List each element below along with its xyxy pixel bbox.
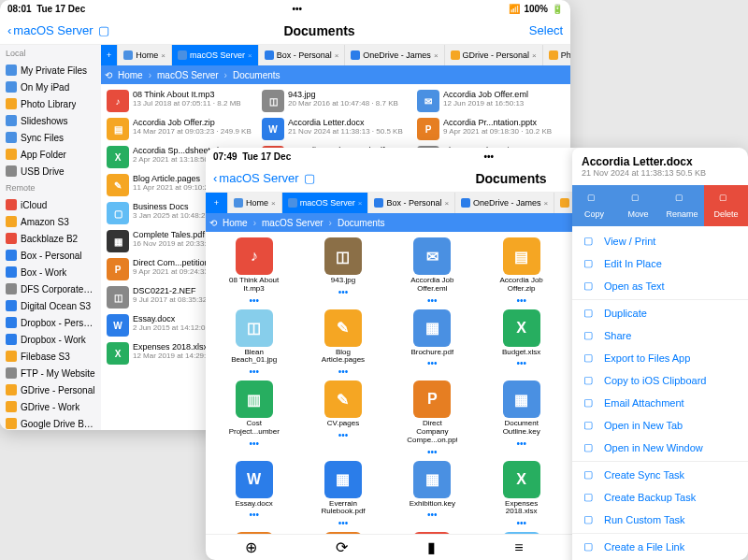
grid-item[interactable]: XExpenses 2018.xlsx••• xyxy=(479,461,564,529)
context-menu: Accordia Letter.docx 21 Nov 2024 at 11:3… xyxy=(572,148,748,560)
file-item[interactable]: WAccordia Letter.docx21 Nov 2024 at 11:3… xyxy=(260,116,411,142)
back-icon[interactable]: ⟲ xyxy=(209,218,217,228)
sidebar-item[interactable]: Filebase S3 xyxy=(0,348,101,365)
sidebar-item[interactable]: Amazon S3 xyxy=(0,213,101,230)
bookmark-icon[interactable]: ▮ xyxy=(427,538,436,556)
grid-item[interactable]: ▦Document Outline.key••• xyxy=(479,381,564,456)
file-item[interactable]: ◫943.jpg20 Mar 2016 at 10:47:48 · 8.7 KB xyxy=(260,88,411,114)
sidebar-item[interactable]: On My iPad xyxy=(0,79,101,95)
tab[interactable]: Home× xyxy=(228,193,282,213)
sidebar-item[interactable]: Google Drive BDM xyxy=(0,415,101,430)
action-copy[interactable]: ▢Copy xyxy=(572,185,616,226)
menu-item[interactable]: ▢Email Attachment xyxy=(572,392,748,414)
add-tab[interactable]: + xyxy=(206,193,228,213)
tab[interactable]: Photo Library× xyxy=(543,45,570,65)
grid-item[interactable]: PDirect Company Compe...on.pptx••• xyxy=(390,381,475,456)
sidebar-item[interactable]: Dropbox - Personal xyxy=(0,314,101,331)
add-icon[interactable]: ⊕ xyxy=(245,538,257,556)
menu-item[interactable]: ▢Edit In Place xyxy=(572,252,748,275)
menu-item[interactable]: ▢Open in New Tab xyxy=(572,414,748,437)
refresh-icon[interactable]: ⟳ xyxy=(336,538,348,556)
status-bar: 08:01 Tue 17 Dec ••• 📶100%🔋 xyxy=(0,0,570,17)
back-button[interactable]: ‹ macOS Server ▢ xyxy=(213,171,315,185)
grid-item[interactable]: WEssay.docx••• xyxy=(211,461,296,529)
menu-item[interactable]: ▢Run Custom Task xyxy=(572,509,748,531)
tab[interactable]: Home× xyxy=(118,45,172,65)
action-move[interactable]: ▢Move xyxy=(616,185,660,226)
sidebar-item[interactable]: Box - Personal xyxy=(0,247,101,264)
header: ‹ macOS Server ▢ Documents Select xyxy=(0,17,570,45)
sidebar-item[interactable]: Dropbox - Work xyxy=(0,331,101,348)
file-item[interactable]: ▤Accordia Job Offer.zip14 Mar 2017 at 09… xyxy=(105,116,256,142)
grid-item[interactable]: ✎CV.pages••• xyxy=(300,381,385,456)
menu-item[interactable]: ▢Create Sync Task xyxy=(572,464,748,486)
grid-item[interactable]: XBudget.xlsx••• xyxy=(479,309,564,378)
popup-filename: Accordia Letter.docx xyxy=(582,155,739,168)
grid-item[interactable]: ♪08 Think About It.mp3••• xyxy=(211,237,296,306)
sidebar-item[interactable]: FTP - My Website xyxy=(0,365,101,381)
sidebar-item[interactable]: My Private Files xyxy=(0,62,101,79)
tab[interactable]: Box - Personal× xyxy=(259,45,346,65)
page-title: Documents xyxy=(109,23,529,38)
grid-item[interactable]: ▤Accordia Job Offer.zip••• xyxy=(479,237,564,306)
sidebar-item[interactable]: Sync Files xyxy=(0,129,101,146)
grid-item[interactable]: ✎Blog Article.pages••• xyxy=(300,309,385,378)
sidebar-item[interactable]: Digital Ocean S3 xyxy=(0,297,101,314)
sidebar-item[interactable]: Slideshows xyxy=(0,112,101,129)
select-button[interactable]: Select xyxy=(529,23,563,37)
menu-item[interactable]: ▢Share xyxy=(572,324,748,347)
grid-item[interactable]: ✉Accordia Job Offer.eml••• xyxy=(390,237,475,306)
sidebar: Local My Private FilesOn My iPadPhoto Li… xyxy=(0,45,101,430)
popup-meta: 21 Nov 2024 at 11:38:13 50.5 KB xyxy=(582,168,739,178)
menu-item[interactable]: ▢Export to Files App xyxy=(572,347,748,369)
tab[interactable]: OneDrive - James× xyxy=(455,193,554,213)
file-item[interactable]: ♪08 Think About It.mp313 Jul 2018 at 07:… xyxy=(105,88,256,114)
tab[interactable]: OneDrive - James× xyxy=(345,45,444,65)
back-button[interactable]: ‹ macOS Server ▢ xyxy=(7,23,109,37)
sidebar-item[interactable]: USB Drive xyxy=(0,163,101,179)
file-item[interactable]: ✉Accordia Job Offer.eml12 Jun 2019 at 16… xyxy=(415,88,567,114)
grid-item[interactable]: ◫943.jpg••• xyxy=(300,237,385,306)
grid-item[interactable]: ▥Cost Project...umbers••• xyxy=(211,381,296,456)
grid-item[interactable]: ▦Exhibition.key••• xyxy=(390,461,475,529)
sidebar-item[interactable]: Photo Library xyxy=(0,95,101,112)
tab[interactable]: Box - Personal× xyxy=(368,193,455,213)
menu-item[interactable]: ▢Open in New Window xyxy=(572,437,748,459)
window-2: 07:49 Tue 17 Dec ••• 📶100%🔋 ‹ macOS Serv… xyxy=(206,148,748,560)
menu-item[interactable]: ▢View / Print xyxy=(572,230,748,252)
tab[interactable]: macOS Server× xyxy=(172,45,259,65)
menu-item[interactable]: ▢Duplicate xyxy=(572,302,748,324)
sidebar-item[interactable]: Backblaze B2 xyxy=(0,230,101,247)
sidebar-item[interactable]: Box - Work xyxy=(0,264,101,280)
action-delete[interactable]: ▢Delete xyxy=(704,185,748,226)
sidebar-item[interactable]: App Folder xyxy=(0,146,101,163)
menu-item[interactable]: ▢Create a File Link xyxy=(572,536,748,558)
sort-icon[interactable]: ≡ xyxy=(514,539,523,556)
sidebar-item[interactable]: DFS Corporate S... xyxy=(0,280,101,297)
menu-item[interactable]: ▢Open as Text xyxy=(572,275,748,297)
tab[interactable]: macOS Server× xyxy=(282,193,369,213)
sidebar-item[interactable]: GDrive - Personal xyxy=(0,381,101,398)
menu-item[interactable]: ▢Copy to iOS Clipboard xyxy=(572,369,748,392)
back-icon[interactable]: ⟲ xyxy=(105,70,112,80)
grid-item[interactable]: ▦Everrain Rulebook.pdf••• xyxy=(300,461,385,529)
menu-item[interactable]: ▢Create Backup Task xyxy=(572,486,748,509)
tab[interactable]: GDrive - Personal× xyxy=(445,45,543,65)
add-tab[interactable]: + xyxy=(101,45,118,65)
grid-item[interactable]: ▦Brochure.pdf••• xyxy=(390,309,475,378)
breadcrumb: ⟲ Home› macOS Server› Documents xyxy=(101,65,570,84)
sidebar-item[interactable]: GDrive - Work xyxy=(0,398,101,415)
action-rename[interactable]: ▢Rename xyxy=(660,185,704,226)
tab-bar: +Home×macOS Server×Box - Personal×OneDri… xyxy=(101,45,570,65)
sidebar-item[interactable]: iCloud xyxy=(0,196,101,213)
file-item[interactable]: PAccordia Pr...ntation.pptx9 Apr 2021 at… xyxy=(415,116,567,142)
grid-item[interactable]: ◫Blean Beach_01.jpg••• xyxy=(211,309,296,378)
